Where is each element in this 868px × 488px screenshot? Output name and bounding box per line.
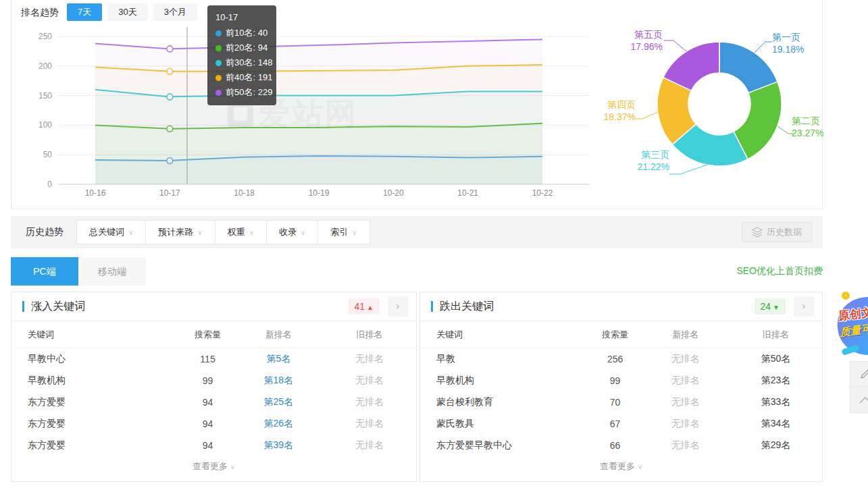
history-trend-title: 历史趋势: [26, 226, 63, 238]
rise-view-more[interactable]: 查看更多 ∨: [11, 456, 416, 479]
chevron-down-icon: ∨: [301, 229, 305, 236]
history-data-button[interactable]: 历史数据: [742, 222, 812, 242]
old-rank-cell: 第23名: [730, 375, 822, 387]
svg-text:200: 200: [39, 61, 52, 71]
search-volume-cell: 70: [589, 397, 641, 408]
tab-7days[interactable]: 7天: [67, 3, 102, 21]
search-volume-cell: 66: [589, 440, 641, 451]
tab-3months[interactable]: 3个月: [153, 3, 197, 21]
pie-label-page5: 第五页17.96%: [617, 28, 663, 53]
rank-trend-panel: 05010015020025010-1610-1710-1810-1910-20…: [11, 0, 823, 209]
keyword-cell: 东方爱婴: [11, 439, 182, 452]
drop-table-body: 早教256无排名第50名早教机构99无排名第23名蒙台梭利教育70无排名第33名…: [420, 348, 822, 456]
chevron-up-icon: [859, 396, 868, 404]
svg-text:0: 0: [47, 180, 52, 189]
keyword-cell: 东方爱婴: [11, 418, 182, 430]
drop-count-badge: 24▼: [755, 298, 786, 315]
table-row: 蒙台梭利教育70无排名第33名: [420, 391, 822, 413]
svg-text:10-18: 10-18: [234, 188, 255, 198]
title-accent-bar: [431, 301, 433, 312]
rise-keywords-title: 涨入关键词: [31, 300, 349, 314]
filter-index[interactable]: 索引∨: [317, 220, 369, 244]
old-rank-cell: 无排名: [323, 375, 416, 387]
table-row: 东方爱婴94第26名无排名: [11, 413, 416, 435]
new-rank-cell[interactable]: 第39名: [234, 439, 323, 452]
table-row: 东方爱婴早教中心66无排名第29名: [420, 435, 822, 456]
old-rank-cell: 无排名: [323, 418, 416, 430]
table-row: 东方爱婴94第39名无排名: [11, 435, 416, 456]
new-rank-cell[interactable]: 第5名: [234, 353, 323, 365]
drop-keywords-panel: 跌出关键词 24▼ › 关键词 搜索量 新排名 旧排名 早教256无排名第50名…: [419, 292, 823, 482]
old-rank-cell: 第34名: [730, 418, 822, 430]
keyword-cell: 蒙台梭利教育: [420, 396, 589, 408]
tab-mobile[interactable]: 移动端: [78, 257, 146, 286]
pie-label-page3: 第三页21.22%: [605, 148, 669, 173]
keyword-cell: 早教: [420, 353, 589, 365]
svg-text:10-21: 10-21: [457, 188, 478, 198]
tooltip-row: 前20名: 94: [215, 40, 268, 55]
old-rank-cell: 无排名: [323, 396, 416, 408]
search-volume-cell: 99: [182, 375, 234, 386]
back-to-top-button[interactable]: [850, 387, 868, 413]
svg-text:10-16: 10-16: [85, 188, 106, 198]
old-rank-cell: 无排名: [323, 353, 416, 365]
search-volume-cell: 94: [182, 397, 234, 408]
rank-trend-line-chart: 05010015020025010-1610-1710-1810-1910-20…: [11, 0, 606, 202]
layers-icon: [752, 227, 763, 238]
table-row: 早教256无排名第50名: [420, 348, 822, 370]
table-row: 早教机构99第18名无排名: [11, 370, 416, 391]
tab-pc[interactable]: PC端: [11, 257, 78, 286]
new-rank-cell[interactable]: 第26名: [234, 418, 323, 430]
rise-table-body: 早教中心115第5名无排名早教机构99第18名无排名东方爱婴94第25名无排名东…: [11, 348, 416, 456]
filter-indexed[interactable]: 收录∨: [266, 220, 318, 244]
new-rank-cell: 无排名: [641, 418, 730, 430]
table-row: 早教中心115第5名无排名: [11, 348, 416, 370]
filter-total-keywords[interactable]: 总关键词∨: [76, 220, 146, 244]
search-volume-cell: 256: [589, 354, 641, 364]
filter-estimated-traffic[interactable]: 预计来路∨: [145, 220, 215, 244]
keyword-cell: 早教机构: [11, 375, 182, 387]
search-volume-cell: 94: [182, 418, 234, 429]
series-dot-icon: [215, 90, 222, 96]
new-rank-cell: 无排名: [641, 439, 730, 452]
rise-keywords-panel: 涨入关键词 41▲ › 关键词 搜索量 新排名 旧排名 早教中心115第5名无排…: [11, 292, 417, 482]
keyword-cell: 东方爱婴: [11, 396, 182, 408]
feedback-edit-button[interactable]: [850, 361, 868, 387]
rise-more-arrow-button[interactable]: ›: [388, 296, 408, 317]
tooltip-row: 前40名: 191: [215, 70, 268, 85]
rise-count-badge: 41▲: [349, 298, 380, 315]
chevron-down-icon: ∨: [352, 229, 357, 236]
new-rank-cell[interactable]: 第25名: [234, 396, 323, 408]
svg-text:150: 150: [39, 91, 52, 101]
pie-label-page4: 第四页18.37%: [591, 99, 636, 123]
keyword-cell: 早教中心: [11, 353, 182, 365]
table-row: 早教机构99无排名第23名: [420, 370, 822, 391]
filter-weight[interactable]: 权重∨: [215, 220, 267, 244]
chevron-down-icon: ∨: [197, 229, 202, 236]
promo-squiggle: [841, 344, 860, 356]
new-rank-cell: 无排名: [641, 375, 730, 387]
svg-text:100: 100: [39, 120, 52, 130]
svg-text:50: 50: [43, 150, 53, 159]
promo-badge[interactable]: 原创文 质量可: [836, 294, 868, 359]
tooltip-row: 前10名: 40: [215, 26, 268, 40]
tooltip-date: 10-17: [215, 9, 268, 26]
seo-promo-link[interactable]: SEO优化上首页扣费: [736, 265, 823, 277]
series-dot-icon: [215, 45, 222, 51]
keyword-cell: 蒙氏教具: [420, 418, 589, 430]
drop-view-more[interactable]: 查看更多 ∨: [420, 456, 822, 479]
old-rank-cell: 第29名: [730, 439, 822, 452]
series-dot-icon: [215, 75, 222, 81]
drop-more-arrow-button[interactable]: ›: [794, 296, 814, 317]
pie-label-page1: 第一页19.18%: [772, 31, 804, 55]
chevron-down-icon: ∨: [638, 463, 642, 470]
svg-text:250: 250: [39, 32, 52, 41]
history-trend-bar: 历史趋势 总关键词∨ 预计来路∨ 权重∨ 收录∨ 索引∨ 历史数据: [11, 216, 823, 248]
chevron-down-icon: ∨: [128, 229, 133, 236]
pie-label-page2: 第二页23.27%: [792, 115, 823, 139]
tab-30days[interactable]: 30天: [107, 3, 147, 21]
tooltip-row: 前30名: 148: [215, 55, 268, 70]
rank-trend-title: 排名趋势: [21, 3, 59, 21]
new-rank-cell[interactable]: 第18名: [234, 375, 323, 387]
old-rank-cell: 第33名: [730, 396, 822, 408]
